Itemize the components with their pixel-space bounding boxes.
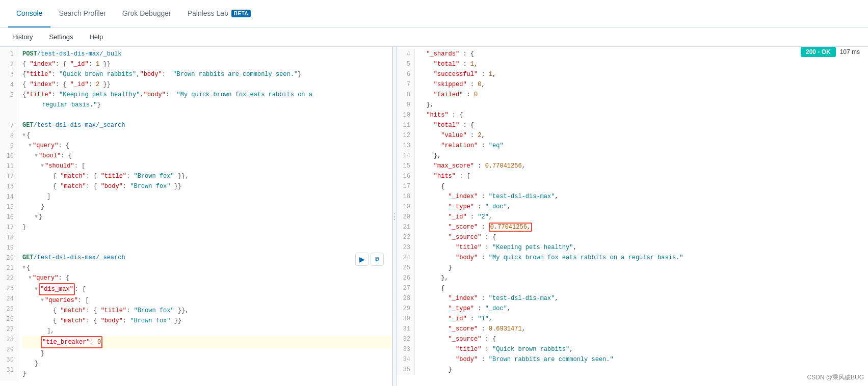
code-line: ] <box>22 191 392 202</box>
beta-badge: BETA <box>231 10 251 17</box>
editor-panel: 12345 7891011 1213141516 171819 20212223… <box>0 47 392 386</box>
code-line <box>22 232 392 242</box>
code-line <box>22 110 392 120</box>
status-bar: 200 - OK 107 ms <box>801 47 860 57</box>
output-panel[interactable]: 45678 910111213 1415161718 1920212223 24… <box>397 47 868 386</box>
code-line: regular basis."} <box>22 100 392 110</box>
status-time: 107 ms <box>840 48 860 56</box>
code-line: ▼"dis_max": { <box>22 283 392 295</box>
code-line: { "match": { "title": "Brown fox" }}, <box>22 171 392 181</box>
settings-button[interactable]: Settings <box>45 31 77 43</box>
code-area: 12345 7891011 1213141516 171819 20212223… <box>0 47 392 381</box>
output-code-lines: "_shards" : { "total" : 1, "successful" … <box>415 49 868 375</box>
code-line: GET /test-dsl-dis-max/_search <box>22 120 392 130</box>
code-line-highlighted: "tie_breaker": 0 <box>22 336 392 348</box>
code-line: {"title": "Keeping pets healthy","body":… <box>22 90 392 100</box>
code-line: ▼"queries": [ <box>22 295 392 306</box>
code-lines[interactable]: POST /test-dsl-dis-max/_bulk { "index": … <box>18 47 392 381</box>
code-line: ▼"query": { <box>22 273 392 283</box>
tab-grok-debugger[interactable]: Grok Debugger <box>114 0 179 27</box>
code-line: } <box>22 348 392 359</box>
code-line: } <box>22 222 392 232</box>
code-line: {"title": "Quick brown rabbits","body": … <box>22 69 392 79</box>
line-numbers: 12345 7891011 1213141516 171819 20212223… <box>0 47 18 381</box>
code-line: ▼} <box>22 212 392 222</box>
code-line: { "match": { "body": "Brown fox" }} <box>22 316 392 326</box>
code-line: } <box>22 202 392 212</box>
status-code: 200 - OK <box>801 47 836 57</box>
score-highlight-line: "_score" : 0.77041256, <box>419 222 868 232</box>
watermark: CSDN @乘风破BUG <box>807 373 864 382</box>
code-line: POST /test-dsl-dis-max/_bulk <box>22 49 392 59</box>
code-line: ▼"query": { <box>22 141 392 151</box>
code-line: GET /test-dsl-dis-max/_search ▶ ⧉ <box>22 253 392 263</box>
code-line: ▼{ <box>22 130 392 141</box>
output-area: 45678 910111213 1415161718 1920212223 24… <box>397 49 868 375</box>
history-button[interactable]: History <box>8 31 37 43</box>
code-line: } <box>22 359 392 369</box>
panel-divider[interactable]: ⋮ <box>392 47 397 386</box>
copy-button[interactable]: ⧉ <box>371 253 384 266</box>
editor-content[interactable]: 12345 7891011 1213141516 171819 20212223… <box>0 47 392 386</box>
code-line: { "match": { "body": "Brown fox" }} <box>22 181 392 191</box>
help-button[interactable]: Help <box>85 31 107 43</box>
main-content: 12345 7891011 1213141516 171819 20212223… <box>0 47 868 386</box>
run-button[interactable]: ▶ <box>355 253 369 266</box>
code-line: ▼"bool": { <box>22 151 392 161</box>
tab-search-profiler[interactable]: Search Profiler <box>50 0 114 27</box>
output-line-numbers: 45678 910111213 1415161718 1920212223 24… <box>397 49 415 375</box>
code-line: ▼{ <box>22 263 392 273</box>
code-line: ], <box>22 326 392 336</box>
code-line: } <box>22 369 392 379</box>
tab-console[interactable]: Console <box>8 0 50 27</box>
top-nav: Console Search Profiler Grok Debugger Pa… <box>0 0 868 27</box>
code-line: { "index": { "_id": 2 }} <box>22 79 392 90</box>
tab-painless-lab[interactable]: Painless Lab BETA <box>179 0 259 27</box>
code-line: { "index": { "_id": 1 }} <box>22 59 392 69</box>
code-line: ▼"should": [ <box>22 161 392 171</box>
code-line: { "match": { "title": "Brown fox" }}, <box>22 306 392 316</box>
code-line <box>22 242 392 253</box>
toolbar: History Settings Help 200 - OK 107 ms <box>0 27 868 47</box>
